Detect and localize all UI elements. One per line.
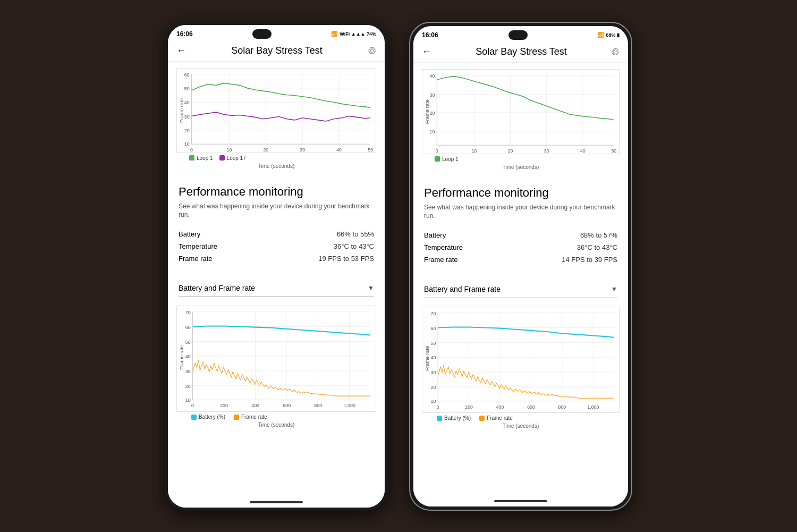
svg-text:600: 600	[527, 404, 535, 409]
svg-text:40: 40	[430, 73, 435, 78]
top-chart-xlabel-left: Time (seconds)	[176, 162, 376, 170]
perf-label-fps-right: Frame rate	[424, 256, 458, 264]
legend-dot-battery-right	[437, 416, 442, 421]
legend-fps-left: Frame rate	[234, 414, 267, 420]
scroll-content-right[interactable]: Frame rate	[413, 63, 628, 496]
battery-text-right: 88% ▮	[606, 32, 620, 38]
legend-battery-left: Battery (%)	[191, 414, 225, 420]
svg-text:60: 60	[431, 326, 436, 331]
time-left: 16:06	[176, 30, 193, 38]
top-chart-right: Frame rate	[422, 69, 620, 154]
dropdown-arrow-left: ▼	[368, 284, 374, 292]
dropdown-label-right: Battery and Frame rate	[424, 285, 501, 293]
bottom-chart-right: Frame rate	[422, 307, 620, 413]
perf-row-fps-right: Frame rate 14 FPS to 39 FPS	[424, 254, 617, 266]
svg-text:70: 70	[185, 310, 191, 315]
svg-text:20: 20	[184, 128, 190, 133]
svg-text:40: 40	[185, 354, 191, 359]
share-button-left[interactable]: ♲	[368, 45, 376, 57]
legend-dot-battery-left	[191, 415, 197, 420]
perf-row-battery-right: Battery 68% to 57%	[424, 229, 617, 241]
svg-text:200: 200	[465, 404, 473, 409]
home-indicator-left	[168, 497, 385, 508]
perf-label-battery-right: Battery	[424, 231, 446, 239]
app-title-left: Solar Bay Stress Test	[231, 45, 323, 56]
legend-loop1-left: Loop 1	[189, 155, 213, 161]
svg-text:20: 20	[508, 148, 513, 153]
perf-value-fps-left: 19 FPS to 53 FPS	[318, 255, 374, 263]
perf-value-temp-right: 36°C to 43°C	[577, 243, 617, 251]
legend-dot-loop17	[219, 155, 225, 161]
bottom-chart-xlabel-left: Time (seconds)	[176, 421, 376, 429]
svg-text:40: 40	[431, 355, 436, 360]
legend-loop17-left: Loop 17	[219, 155, 246, 161]
svg-text:40: 40	[336, 147, 342, 152]
svg-text:800: 800	[314, 403, 322, 408]
svg-text:Frame rate: Frame rate	[425, 346, 430, 371]
legend-fps-right: Frame rate	[479, 415, 513, 421]
top-chart-xlabel-right: Time (seconds)	[422, 163, 620, 171]
bottom-chart-svg-left: Frame rate	[177, 306, 376, 411]
dropdown-button-right[interactable]: Battery and Frame rate ▼	[424, 281, 617, 298]
perf-title-right: Performance monitoring	[424, 186, 617, 200]
svg-text:50: 50	[185, 339, 191, 344]
svg-text:0: 0	[191, 403, 194, 408]
perf-desc-right: See what was happening inside your devic…	[424, 203, 617, 221]
dropdown-button-left[interactable]: Battery and Frame rate ▼	[179, 280, 374, 297]
svg-text:1,000: 1,000	[344, 403, 355, 408]
svg-text:50: 50	[368, 147, 373, 152]
bottom-chart-section-left: Frame rate	[168, 301, 385, 437]
app-title-right: Solar Bay Stress Test	[476, 46, 567, 57]
perf-row-temp-right: Temperature 36°C to 43°C	[424, 241, 617, 254]
back-button-right[interactable]: ←	[422, 46, 431, 57]
battery-text-left: WiFi ▲▲▲ 74%	[340, 31, 376, 37]
scroll-content-left[interactable]: Frame rate	[168, 62, 385, 497]
svg-text:10: 10	[431, 399, 436, 404]
svg-text:30: 30	[544, 148, 549, 153]
perf-row-fps-left: Frame rate 19 FPS to 53 FPS	[179, 252, 374, 265]
top-chart-section-right: Frame rate	[413, 63, 628, 175]
perf-label-battery-left: Battery	[179, 230, 200, 238]
legend-label-fps-right: Frame rate	[487, 415, 513, 421]
svg-text:20: 20	[430, 111, 435, 116]
svg-text:30: 30	[300, 147, 305, 152]
perf-section-right: Performance monitoring See what was happ…	[413, 175, 628, 273]
svg-text:1,000: 1,000	[587, 404, 599, 409]
perf-row-battery-left: Battery 66% to 55%	[179, 228, 374, 240]
svg-text:60: 60	[185, 325, 191, 330]
legend-label-battery-right: Battery (%)	[444, 415, 471, 421]
bottom-chart-left: Frame rate	[176, 306, 376, 412]
legend-dot-fps-left	[234, 415, 239, 420]
legend-label-loop1-right: Loop 1	[442, 156, 459, 162]
app-bar-right: ← Solar Bay Stress Test ♲	[413, 42, 628, 63]
phone-left: 16:06 📶 WiFi ▲▲▲ 74% ← Solar Bay Stress …	[165, 22, 388, 511]
back-button-left[interactable]: ←	[176, 45, 186, 56]
wifi-icon-right: 📶	[597, 32, 604, 38]
svg-text:40: 40	[580, 148, 586, 153]
bottom-chart-section-right: Frame rate	[413, 302, 628, 438]
perf-value-temp-left: 36°C to 43°C	[334, 242, 374, 250]
svg-text:30: 30	[185, 369, 191, 374]
top-chart-svg-left: Frame rate	[177, 69, 376, 153]
legend-dot-fps-right	[479, 416, 485, 421]
top-chart-legend-right: Loop 1	[422, 154, 620, 163]
svg-text:0: 0	[436, 148, 438, 153]
share-button-right[interactable]: ♲	[611, 46, 620, 58]
svg-text:10: 10	[472, 148, 477, 153]
svg-text:0: 0	[190, 147, 193, 152]
status-bar-left: 16:06 📶 WiFi ▲▲▲ 74%	[168, 25, 385, 41]
app-bar-left: ← Solar Bay Stress Test ♲	[168, 41, 385, 62]
bottom-chart-svg-right: Frame rate	[422, 307, 619, 412]
svg-text:400: 400	[496, 404, 504, 409]
svg-text:20: 20	[185, 384, 191, 389]
bottom-chart-xlabel-right: Time (seconds)	[422, 422, 620, 430]
dropdown-arrow-right: ▼	[611, 285, 617, 293]
svg-text:20: 20	[431, 385, 436, 390]
svg-text:600: 600	[283, 403, 291, 408]
svg-text:30: 30	[430, 92, 435, 97]
perf-value-battery-right: 68% to 57%	[580, 231, 617, 239]
legend-label-battery-left: Battery (%)	[199, 414, 225, 420]
time-right: 16:06	[422, 31, 438, 39]
svg-text:10: 10	[185, 398, 191, 403]
perf-label-temp-left: Temperature	[179, 242, 217, 250]
